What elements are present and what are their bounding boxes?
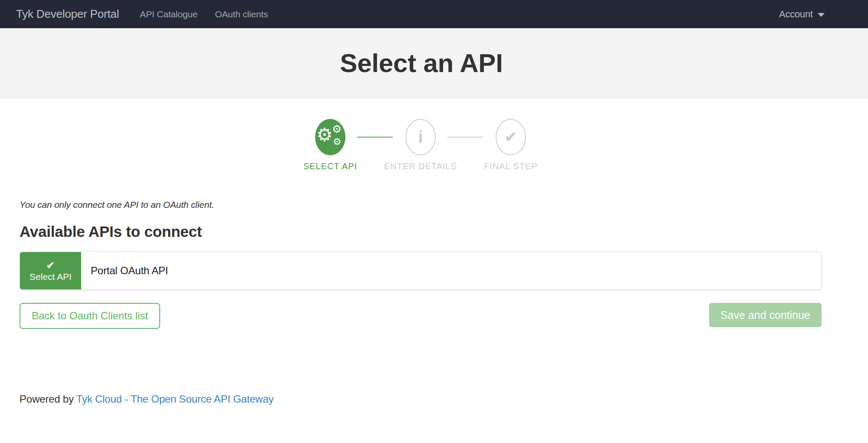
step-enter-details-indicator: i: [405, 119, 436, 155]
page-title: Select an API: [340, 48, 503, 78]
check-icon: ✔: [46, 259, 55, 272]
gear-glyph: ⚙: [332, 124, 342, 135]
step-label: SELECT API: [303, 161, 357, 171]
navbar: Tyk Developer Portal API Catalogue OAuth…: [0, 0, 868, 28]
account-menu[interactable]: Account: [779, 9, 825, 20]
api-name: Portal OAuth API: [81, 252, 168, 289]
wizard-stepper: ⚙ ⚙ ⚙ SELECT API i ENTER DETAILS ✔ FINAL…: [286, 119, 556, 174]
info-icon: i: [418, 128, 423, 147]
powered-by-text: Powered by: [20, 393, 76, 405]
step-final-step-indicator: ✔: [496, 119, 526, 155]
step-label: FINAL STEP: [484, 161, 538, 171]
gears-icon: ⚙ ⚙ ⚙: [317, 124, 343, 150]
nav-link-api-catalogue[interactable]: API Catalogue: [131, 9, 206, 20]
section-title: Available APIs to connect: [20, 223, 822, 240]
brand-link[interactable]: Tyk Developer Portal: [16, 7, 119, 21]
account-label: Account: [779, 9, 813, 20]
tyk-cloud-link[interactable]: Tyk Cloud - The Open Source API Gateway: [76, 393, 274, 405]
footer: Powered by Tyk Cloud - The Open Source A…: [20, 393, 822, 405]
form-actions: Back to Oauth Clients list Save and cont…: [20, 303, 822, 329]
step-enter-details: i ENTER DETAILS: [376, 119, 465, 171]
check-icon: ✔: [504, 128, 517, 146]
step-label: ENTER DETAILS: [384, 161, 457, 171]
step-select-api-indicator: ⚙ ⚙ ⚙: [315, 119, 345, 155]
select-api-button[interactable]: ✔ Select API: [20, 252, 81, 289]
step-final-step: ✔ FINAL STEP: [466, 119, 556, 171]
back-to-oauth-clients-button[interactable]: Back to Oauth Clients list: [20, 303, 160, 329]
chevron-down-icon: [818, 13, 825, 17]
step-select-api: ⚙ ⚙ ⚙ SELECT API: [286, 119, 375, 171]
select-api-button-label: Select API: [30, 272, 72, 282]
gear-glyph: ⚙: [316, 126, 332, 144]
save-and-continue-button[interactable]: Save and continue: [709, 303, 822, 327]
main-content: ⚙ ⚙ ⚙ SELECT API i ENTER DETAILS ✔ FINAL…: [20, 119, 822, 405]
gear-glyph: ⚙: [333, 137, 342, 147]
api-list-item: ✔ Select API Portal OAuth API: [20, 252, 822, 290]
nav-link-oauth-clients[interactable]: OAuth clients: [206, 9, 276, 20]
oauth-note: You can only connect one API to an OAuth…: [20, 200, 822, 210]
page-header: Select an API: [0, 28, 868, 98]
